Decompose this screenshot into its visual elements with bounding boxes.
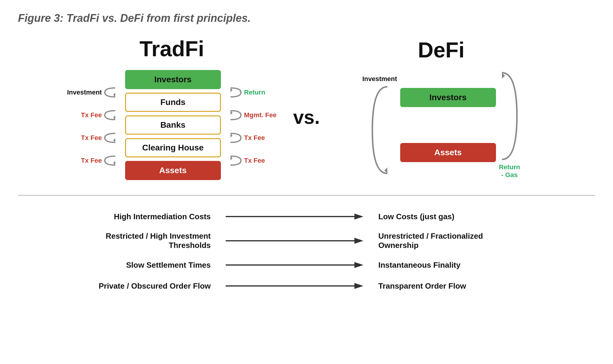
tx-fee-arrow-1-icon [102, 109, 117, 121]
tradfi-investors-box: Investors [125, 70, 221, 89]
tx-fee-arrow-3-icon [102, 155, 117, 167]
investment-label: Investment [67, 89, 102, 96]
tradfi-boxes: Investors Funds Banks Clearing House Ass… [118, 70, 227, 180]
tx-fee-label-2: Tx Fee [81, 134, 102, 142]
tradfi-section: TradFi Investment Tx Fee [67, 36, 277, 180]
tradfi-clearinghouse-box: Clearing House [125, 138, 221, 157]
vs-section: vs. [277, 88, 336, 128]
defi-right-arrow-icon [499, 71, 520, 161]
right-tx-fee-label-1: Tx Fee [244, 134, 265, 142]
defi-boxes: Investors Assets [400, 88, 496, 162]
defi-investors-box: Investors [400, 88, 496, 107]
right-tx-fee-arrow-1-icon [229, 132, 244, 144]
svg-marker-15 [354, 262, 363, 268]
defi-return-label: Return- Gas [499, 163, 520, 179]
comp-right-2: Unrestricted / Fractionalized Ownership [369, 232, 519, 250]
defi-left-arrow-icon [369, 85, 390, 175]
tradfi-assets-box: Assets [125, 161, 221, 180]
svg-marker-13 [354, 238, 363, 244]
tx-fee-label-3: Tx Fee [81, 157, 102, 165]
vs-text: vs. [293, 106, 320, 128]
comparison-section: High Intermediation Costs Low Costs (jus… [18, 211, 595, 292]
comparison-row-2: Restricted / High Investment Thresholds … [42, 232, 571, 250]
defi-title: DeFi [418, 38, 465, 62]
comp-arrow-2-icon [223, 235, 366, 247]
mgmt-fee-label: Mgmt. Fee [244, 111, 277, 119]
svg-marker-11 [354, 214, 363, 220]
tradfi-right-labels: Return Mgmt. Fee Tx Fee [229, 80, 277, 170]
right-tx-fee-label-2: Tx Fee [244, 157, 265, 165]
investment-arrow-icon [102, 86, 117, 98]
comp-right-1: Low Costs (just gas) [369, 212, 519, 221]
tradfi-funds-box: Funds [125, 93, 221, 112]
tradfi-title: TradFi [139, 36, 204, 61]
comp-arrow-3-icon [223, 259, 366, 271]
svg-marker-17 [354, 283, 363, 289]
comp-arrow-4 [220, 280, 369, 292]
right-tx-fee-arrow-2-icon [229, 155, 244, 167]
defi-assets-box: Assets [400, 143, 496, 162]
comparison-row-3: Slow Settlement Times Instantaneous Fina… [42, 259, 571, 271]
defi-section: DeFi Investment Investors Assets [336, 38, 546, 179]
tx-fee-arrow-2-icon [102, 132, 117, 144]
comp-left-4: Private / Obscured Order Flow [94, 281, 220, 291]
comp-arrow-1-icon [223, 211, 366, 223]
comp-left-3: Slow Settlement Times [94, 261, 220, 270]
mgmt-fee-arrow-icon [229, 109, 244, 121]
return-label: Return [244, 89, 265, 96]
comparison-row-4: Private / Obscured Order Flow Transparen… [42, 280, 571, 292]
tradfi-left-labels: Investment Tx Fee Tx Fee [67, 80, 117, 170]
diagram-area: TradFi Investment Tx Fee [18, 36, 595, 180]
tradfi-banks-box: Banks [125, 115, 221, 135]
comp-right-4: Transparent Order Flow [369, 281, 519, 291]
comp-arrow-2 [220, 235, 369, 247]
tx-fee-label-1: Tx Fee [81, 111, 102, 119]
comp-right-3: Instantaneous Finality [369, 261, 519, 270]
comp-left-1: High Intermediation Costs [94, 212, 220, 221]
figure-title: Figure 3: TradFi vs. DeFi from first pri… [18, 12, 595, 25]
defi-investment-label: Investment [362, 75, 397, 83]
comp-arrow-4-icon [223, 280, 366, 292]
section-divider [18, 195, 595, 196]
comp-arrow-3 [220, 259, 369, 271]
return-arrow-icon [229, 86, 244, 98]
comparison-row-1: High Intermediation Costs Low Costs (jus… [42, 211, 571, 223]
comp-left-2: Restricted / High Investment Thresholds [94, 232, 220, 250]
comp-arrow-1 [220, 211, 369, 223]
